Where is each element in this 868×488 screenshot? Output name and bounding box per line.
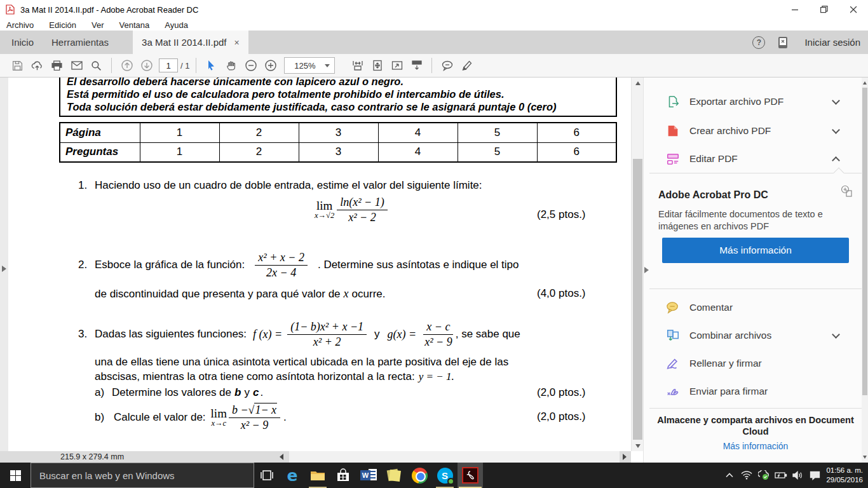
document-scrollbar[interactable] xyxy=(631,78,643,451)
taskbar-chrome[interactable] xyxy=(407,463,432,488)
menu-archivo[interactable]: Archivo xyxy=(6,20,34,30)
taskbar-skype[interactable]: S xyxy=(432,463,458,488)
edge-icon: e xyxy=(287,468,298,484)
question-1: 1. Haciendo uso de un cuadro de doble en… xyxy=(78,179,482,192)
action-center-icon[interactable] xyxy=(806,463,824,488)
question-3b-points: (2,0 ptos.) xyxy=(537,410,586,423)
instruction-line: Toda solución deberá estar debidamente j… xyxy=(67,101,557,113)
comment-icon[interactable] xyxy=(437,56,457,75)
export-pdf-icon xyxy=(666,95,680,109)
scroll-up-icon[interactable] xyxy=(862,78,868,88)
taskbar-sticky-notes[interactable] xyxy=(381,463,407,488)
taskbar-edge[interactable]: e xyxy=(280,463,305,488)
question-1-formula: lim x→√2 ln(x² − 1) x² − 2 xyxy=(315,196,388,224)
next-page-icon[interactable] xyxy=(137,56,156,75)
tray-expand-icon[interactable] xyxy=(721,463,738,488)
search-icon[interactable] xyxy=(86,56,106,75)
taskbar-clock[interactable]: 01:56 a. m. 29/05/2016 xyxy=(824,463,868,488)
wifi-icon[interactable] xyxy=(738,463,755,488)
hand-tool-icon[interactable] xyxy=(221,56,241,75)
menu-ver[interactable]: Ver xyxy=(92,20,104,30)
fit-page-icon[interactable] xyxy=(367,56,387,75)
sidebar-item-send-sign[interactable]: Enviar para firmar xyxy=(649,377,862,405)
taskbar-search[interactable] xyxy=(31,463,254,488)
nav-pane-expand-icon[interactable] xyxy=(2,266,6,272)
mas-informacion-link[interactable]: Más información xyxy=(656,441,855,451)
sidebar-item-export-pdf[interactable]: Exportar archivo PDF xyxy=(649,88,862,116)
tab-close-icon[interactable]: × xyxy=(234,37,239,48)
question-2: 2. Esboce la gráfica de la función: x² +… xyxy=(78,247,519,283)
scroll-right-icon[interactable] xyxy=(623,454,627,460)
sidebar-collapse-strip xyxy=(643,78,649,463)
chevron-down-icon[interactable] xyxy=(832,330,840,339)
tab-herramientas[interactable]: Herramientas xyxy=(43,30,118,54)
fraction: (1− b)x² + x −1 x² + 2 xyxy=(287,320,367,348)
print-icon[interactable] xyxy=(47,56,67,75)
page-number-input[interactable] xyxy=(159,58,178,72)
zoom-level-dropdown[interactable]: 125% xyxy=(284,57,335,74)
save-icon[interactable] xyxy=(8,56,27,75)
taskbar-word[interactable]: W xyxy=(356,463,381,488)
main-area: El desarrollo deberá hacerse únicamente … xyxy=(0,78,868,463)
chevron-up-icon[interactable] xyxy=(832,156,840,165)
volume-icon[interactable] xyxy=(789,463,806,488)
tab-inicio[interactable]: Inicio xyxy=(3,30,43,54)
scrollbar-thumb[interactable] xyxy=(862,88,867,395)
mobile-device-icon[interactable] xyxy=(776,36,789,50)
question-3-line3: abscisas, mientras la otra tiene como as… xyxy=(95,370,454,383)
sidebar-scrollbar[interactable] xyxy=(862,78,868,463)
mas-informacion-button[interactable]: Más información xyxy=(662,238,849,263)
full-screen-icon[interactable] xyxy=(387,56,407,75)
help-icon[interactable]: ? xyxy=(752,36,765,49)
chrome-icon xyxy=(412,468,428,484)
start-button[interactable] xyxy=(0,463,31,488)
acrobat-icon xyxy=(462,467,478,484)
clock-time: 01:56 a. m. xyxy=(826,466,863,475)
fraction: b −√1− x x² − 9 xyxy=(229,403,280,431)
fit-width-icon[interactable] xyxy=(348,56,367,75)
scroll-down-icon[interactable] xyxy=(632,440,644,451)
sync-status-icon[interactable] xyxy=(755,463,772,488)
highlighter-icon[interactable] xyxy=(457,56,477,75)
scroll-left-icon[interactable] xyxy=(280,454,283,460)
chevron-down-icon[interactable] xyxy=(832,97,840,105)
zoom-in-icon[interactable] xyxy=(261,56,280,75)
scroll-up-icon[interactable] xyxy=(632,78,644,88)
minimize-button[interactable] xyxy=(780,0,810,19)
search-input[interactable] xyxy=(31,470,254,482)
menu-ventana[interactable]: Ventana xyxy=(119,20,150,30)
task-view-button[interactable] xyxy=(254,463,280,488)
taskbar-acrobat[interactable] xyxy=(458,463,483,488)
sidebar-item-fill-sign[interactable]: Rellenar y firmar xyxy=(649,349,862,377)
sign-in-button[interactable]: Iniciar sesión xyxy=(804,37,860,48)
battery-icon[interactable] xyxy=(772,463,789,488)
chevron-down-icon[interactable] xyxy=(832,126,840,134)
share-cloud-icon[interactable] xyxy=(27,56,47,75)
taskbar-file-explorer[interactable] xyxy=(305,463,330,488)
menu-ayuda[interactable]: Ayuda xyxy=(165,20,188,30)
send-for-signature-icon xyxy=(666,384,680,398)
toolbar: / 1 125% xyxy=(0,54,868,78)
sidebar-collapse-icon[interactable] xyxy=(644,267,649,273)
scroll-down-icon[interactable] xyxy=(862,452,868,463)
close-button[interactable] xyxy=(839,0,868,19)
sidebar-item-comment[interactable]: Comentar xyxy=(649,294,862,322)
scrollbar-thumb[interactable] xyxy=(633,159,642,440)
taskbar-store[interactable] xyxy=(330,463,356,488)
tab-document[interactable]: 3a Mat II 2014.II.pdf × xyxy=(133,30,248,54)
sidebar-item-combine[interactable]: Combinar archivos xyxy=(649,322,862,349)
menu-edicion[interactable]: Edición xyxy=(49,20,76,30)
previous-page-icon[interactable] xyxy=(117,56,137,75)
select-tool-icon[interactable] xyxy=(201,56,221,75)
skype-icon: S xyxy=(437,468,453,484)
question-3: 3. Dadas las siguientes funciones: f (x)… xyxy=(78,315,520,353)
restore-button[interactable] xyxy=(810,0,839,19)
sidebar-item-create-pdf[interactable]: Crear archivo PDF xyxy=(649,117,862,145)
email-icon[interactable] xyxy=(67,56,86,75)
sidebar-item-edit-pdf[interactable]: Editar PDF xyxy=(649,145,862,173)
zoom-out-icon[interactable] xyxy=(241,56,261,75)
nav-pane-strip xyxy=(0,78,8,451)
divider xyxy=(649,408,862,409)
horizontal-scrollbar[interactable] xyxy=(289,451,620,463)
hide-toolbar-icon[interactable] xyxy=(407,56,426,75)
